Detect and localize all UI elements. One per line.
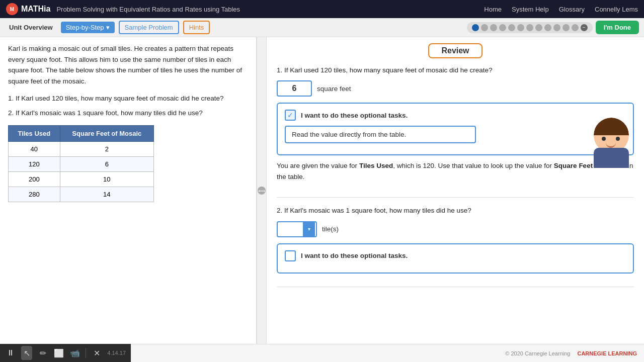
progress-dot-2 <box>481 24 488 31</box>
review-q1-text: 1. If Karl used 120 tiles, how many squa… <box>277 65 634 75</box>
nav-system-help[interactable]: System Help <box>512 6 549 13</box>
cursor-button[interactable]: ↖ <box>21 346 32 360</box>
table-row: 120 6 <box>9 156 154 171</box>
progress-dot-13: − <box>581 24 588 31</box>
table-cell-sqft-3: 10 <box>60 171 153 187</box>
table-cell-tiles-4: 280 <box>9 187 60 202</box>
optional-checkbox-1[interactable]: ✓ <box>285 110 296 121</box>
hints-button[interactable]: Hints <box>183 21 210 34</box>
progress-dot-3 <box>490 24 497 31</box>
bold-tiles-used: Tiles Used <box>359 162 393 169</box>
q2-input-dropdown[interactable]: ▾ <box>277 221 317 237</box>
progress-dot-4 <box>499 24 506 31</box>
progress-dot-12 <box>572 24 579 31</box>
toolbar: Unit Overview Step-by-Step ▾ Sample Prob… <box>0 18 644 37</box>
avatar-right-eye <box>616 137 620 141</box>
nav-glossary[interactable]: Glossary <box>559 6 585 13</box>
nav-title: Problem Solving with Equivalent Ratios a… <box>56 6 478 13</box>
table-cell-tiles-2: 120 <box>9 156 60 171</box>
optional-label-2: I want to do these optional tasks. <box>301 252 408 259</box>
table-col2-header: Square Feet of Mosaic <box>60 125 153 141</box>
pencil-button[interactable]: ✏ <box>37 346 48 360</box>
footer: © 2020 Carnegie Learning CARNEGIE LEARNI… <box>131 344 644 362</box>
q1-answer-row: 6 square feet <box>277 80 634 97</box>
hint-box-1: Read the value directly from the table. <box>285 126 476 143</box>
pause-button[interactable]: ⏸ <box>5 346 16 360</box>
optional-header-1: ✓ I want to do these optional tasks. <box>285 110 626 121</box>
avatar-image <box>589 118 634 168</box>
progress-dot-11 <box>562 24 570 31</box>
left-panel: Karl is making a mosaic out of small til… <box>0 37 257 344</box>
question-1: 1. If Karl used 120 tiles, how many squa… <box>8 94 248 104</box>
progress-dot-9 <box>544 24 551 31</box>
optional-box-1: ✓ I want to do these optional tasks. Rea… <box>277 103 634 155</box>
progress-dot-6 <box>517 24 524 31</box>
panel-splitter[interactable]: ⟺ <box>257 37 267 344</box>
logo-area: M MATHia <box>6 3 50 15</box>
table-col1-header: Tiles Used <box>9 125 60 141</box>
question-2: 2. If Karl's mosaic was 1 square foot, h… <box>8 108 248 118</box>
question-list: 1. If Karl used 120 tiles, how many squa… <box>8 94 248 118</box>
optional-box-2: I want to do these optional tasks. <box>277 243 634 274</box>
q2-unit-label: tile(s) <box>322 225 339 233</box>
tiles-table: Tiles Used Square Feet of Mosaic 40 2 12… <box>8 125 154 202</box>
bottom-toolbar: ⏸ ↖ ✏ ⬜ 📹 ✕ 4.14.17 <box>0 344 131 362</box>
table-row: 280 14 <box>9 187 154 202</box>
progress-dot-10 <box>553 24 560 31</box>
progress-dot-8 <box>535 24 542 31</box>
question-block-1: 1. If Karl used 120 tiles, how many squa… <box>277 65 634 198</box>
progress-area: − I'm Done <box>467 21 639 34</box>
optional-header-2: I want to do these optional tasks. <box>285 250 626 261</box>
table-row: 200 10 <box>9 171 154 187</box>
right-panel: Review 1. If Karl used 120 tiles, how ma… <box>267 37 644 344</box>
q1-unit-label: square feet <box>317 85 351 93</box>
nav-user[interactable]: Connelly Lems <box>595 6 638 13</box>
avatar-smile <box>606 143 616 148</box>
q1-answer-box: 6 <box>277 80 312 97</box>
q2-answer-row: ▾ tile(s) <box>277 221 634 237</box>
avatar <box>589 118 634 168</box>
table-cell-sqft-4: 14 <box>60 187 153 202</box>
unit-overview-button[interactable]: Unit Overview <box>5 22 57 33</box>
review-header: Review <box>277 43 634 58</box>
done-button[interactable]: I'm Done <box>596 21 639 34</box>
eraser-button[interactable]: ⬜ <box>53 346 64 360</box>
dropdown-arrow-icon[interactable]: ▾ <box>303 222 315 236</box>
progress-dot-1 <box>472 24 479 31</box>
table-cell-tiles-3: 200 <box>9 171 60 187</box>
logo-icon: M <box>6 3 18 15</box>
table-row: 40 2 <box>9 141 154 156</box>
nav-home[interactable]: Home <box>484 6 502 13</box>
logo-text: MATHia <box>21 5 50 14</box>
progress-dot-7 <box>526 24 533 31</box>
progress-dot-5 <box>508 24 515 31</box>
review-q2-text: 2. If Karl's mosaic was 1 square foot, h… <box>277 206 634 216</box>
toolbar-separator <box>86 348 86 358</box>
table-cell-sqft-1: 2 <box>60 141 153 156</box>
optional-label-1: I want to do these optional tasks. <box>301 112 408 119</box>
close-button[interactable]: ✕ <box>91 346 102 360</box>
version-text: 4.14.17 <box>107 350 126 356</box>
avatar-body <box>594 148 629 168</box>
footer-logo: CARNEGIE LEARNING <box>577 350 637 356</box>
video-button[interactable]: 📹 <box>69 346 80 360</box>
splitter-icon: ⟺ <box>258 187 266 195</box>
optional-checkbox-2[interactable] <box>285 250 296 261</box>
step-by-step-button[interactable]: Step-by-Step ▾ <box>61 22 115 33</box>
question-block-2: 2. If Karl's mosaic was 1 square foot, h… <box>277 206 634 287</box>
progress-dots: − <box>467 22 593 33</box>
q2-answer-input[interactable] <box>278 223 303 235</box>
review-badge: Review <box>428 43 482 58</box>
explanation-text-1: You are given the value for Tiles Used, … <box>277 160 634 182</box>
problem-description: Karl is making a mosaic out of small til… <box>8 43 248 86</box>
nav-links: Home System Help Glossary Connelly Lems <box>484 6 638 13</box>
table-cell-tiles-1: 40 <box>9 141 60 156</box>
copyright-text: © 2020 Carnegie Learning <box>505 350 570 356</box>
avatar-hair <box>594 118 629 135</box>
avatar-left-eye <box>602 137 606 141</box>
sample-problem-button[interactable]: Sample Problem <box>119 21 179 34</box>
table-cell-sqft-2: 6 <box>60 156 153 171</box>
top-navigation: M MATHia Problem Solving with Equivalent… <box>0 0 644 18</box>
main-layout: Karl is making a mosaic out of small til… <box>0 37 644 344</box>
